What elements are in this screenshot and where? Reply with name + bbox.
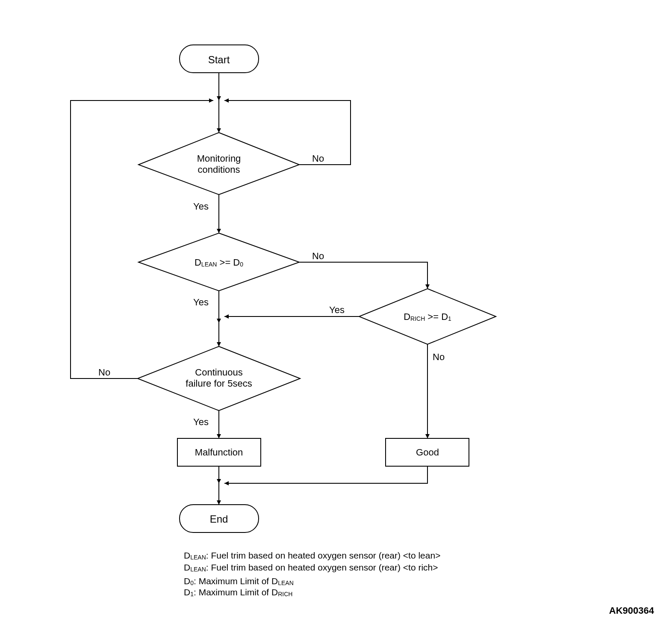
flowchart: Start Monitoring conditions DLEAN >= D0 …: [0, 0, 672, 621]
process-good-label: Good: [416, 447, 439, 458]
decision-failure-l2: failure for 5secs: [186, 378, 252, 389]
end-label: End: [210, 513, 228, 525]
edge-lean-yes: Yes: [193, 297, 209, 308]
decision-failure-l1: Continuous: [195, 367, 242, 378]
legend-line-2: DLEAN: Fuel trim based on heated oxygen …: [184, 562, 438, 573]
edge-monitoring-yes: Yes: [193, 201, 209, 212]
process-malfunction-label: Malfunction: [195, 447, 243, 458]
edge-rich-yes: Yes: [329, 305, 345, 315]
legend-line-1: DLEAN: Fuel trim based on heated oxygen …: [184, 550, 440, 561]
edge-lean-no: No: [312, 251, 324, 261]
edge-failure-yes: Yes: [193, 417, 209, 427]
start-label: Start: [208, 54, 230, 65]
edge-failure-no: No: [98, 367, 110, 378]
legend-line-3: D0: Maximum Limit of DLEAN: [184, 576, 294, 586]
decision-monitoring-l2: conditions: [197, 164, 240, 175]
legend-line-4: D1: Maximum Limit of DRICH: [184, 587, 292, 597]
edge-monitoring-no: No: [312, 153, 324, 164]
decision-monitoring-l1: Monitoring: [197, 153, 241, 164]
edge-rich-no: No: [433, 352, 445, 362]
footer-id: AK900364: [609, 605, 654, 616]
